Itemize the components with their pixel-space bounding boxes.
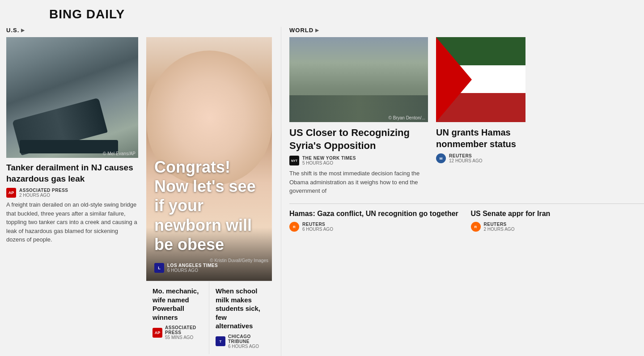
world-second-image bbox=[436, 37, 525, 122]
us-main-image: © Mel Evans/AP bbox=[6, 37, 138, 158]
sub-story-1-source: CHICAGO TRIBUNE bbox=[228, 334, 266, 344]
mcclat-logo: M bbox=[436, 153, 446, 163]
us-main-story[interactable]: © Mel Evans/AP Tanker derailment in NJ c… bbox=[6, 37, 138, 354]
reuters-logo-1: R bbox=[471, 222, 481, 232]
world-main-time: 5 HOURS AGO bbox=[302, 161, 356, 165]
us-section-label[interactable]: U.S. ▶ bbox=[6, 27, 272, 37]
sub-story-1-source-row: T CHICAGO TRIBUNE 6 HOURS AGO bbox=[216, 334, 266, 349]
world-second-story[interactable]: UN grants Hamas nonmember status M REUTE… bbox=[436, 37, 525, 195]
world-main-source-row: NYT THE NEW YORK TIMES 5 HOURS AGO bbox=[289, 156, 428, 165]
sub-story-1[interactable]: When school milk makes students sick, fe… bbox=[209, 281, 272, 354]
hero-time: 6 HOURS AGO bbox=[167, 268, 218, 273]
ap-logo-2: AP bbox=[153, 328, 162, 338]
sub-story-1-title: When school milk makes students sick, fe… bbox=[216, 287, 266, 331]
us-main-source-row: AP ASSOCIATED PRESS 2 HOURS AGO bbox=[6, 188, 138, 198]
us-main-body: A freight train derailed on an old-style… bbox=[6, 200, 138, 244]
world-top-stories: © Bryan Denton/... US Closer to Recogniz… bbox=[289, 37, 644, 195]
world-bottom-1-source: REUTERS bbox=[484, 222, 515, 227]
us-main-title: Tanker derailment in NJ causes hazardous… bbox=[6, 162, 138, 184]
world-second-source-row: M REUTERS 12 HOURS AGO bbox=[436, 153, 525, 163]
world-second-source: REUTERS bbox=[449, 153, 482, 158]
world-bottom-0-source: REUTERS bbox=[302, 222, 333, 227]
ap-logo: AP bbox=[6, 188, 16, 198]
world-bottom-0-source-row: R REUTERS 6 HOURS AGO bbox=[289, 222, 463, 232]
us-top-stories: © Mel Evans/AP Tanker derailment in NJ c… bbox=[6, 37, 272, 354]
world-main-body: The shift is the most immediate decision… bbox=[289, 169, 428, 195]
world-second-time: 12 HOURS AGO bbox=[449, 158, 482, 163]
hero-photo-credit: © Kristin Duvall/Getty Images bbox=[210, 258, 268, 263]
world-bottom-0-title: Hamas: Gaza conflict, UN recognition go … bbox=[289, 209, 463, 219]
ct-logo: T bbox=[216, 336, 225, 346]
hero-footer: Mo. mechanic, wife named Powerball winne… bbox=[146, 281, 272, 354]
lat-logo: L bbox=[154, 263, 164, 273]
sub-story-0-title: Mo. mechanic, wife named Powerball winne… bbox=[153, 287, 203, 322]
hero-story[interactable]: Congrats! Now let's see if your newborn … bbox=[146, 37, 272, 354]
world-main-image: © Bryan Denton/... bbox=[289, 37, 428, 122]
sub-story-0-time: 55 MINS AGO bbox=[165, 335, 203, 340]
world-main-source: THE NEW YORK TIMES bbox=[302, 156, 356, 161]
hero-image: Congrats! Now let's see if your newborn … bbox=[146, 37, 272, 281]
sub-story-0-source: ASSOCIATED PRESS bbox=[165, 325, 203, 335]
world-bottom-story-0[interactable]: Hamas: Gaza conflict, UN recognition go … bbox=[289, 209, 463, 235]
hero-title: Congrats! Now let's see if your newborn … bbox=[154, 157, 264, 254]
world-divider bbox=[289, 203, 644, 204]
us-main-time: 2 HOURS AGO bbox=[19, 193, 68, 198]
sub-story-0[interactable]: Mo. mechanic, wife named Powerball winne… bbox=[146, 281, 209, 354]
world-main-title: US Closer to Recognizing Syria's Opposit… bbox=[289, 127, 428, 152]
us-main-source: ASSOCIATED PRESS bbox=[19, 188, 68, 193]
us-section: U.S. ▶ © Mel Evans/AP Tanker derailment … bbox=[6, 27, 281, 356]
world-section: WORLD ▶ © Bryan Denton/... US Closer to … bbox=[281, 27, 644, 356]
world-bottom-story-1[interactable]: US Senate appr for Iran R REUTERS 2 HOUR… bbox=[471, 209, 644, 235]
hero-overlay: Congrats! Now let's see if your newborn … bbox=[154, 157, 264, 254]
world-bottom-1-time: 2 HOURS AGO bbox=[484, 227, 515, 232]
site-title: BING DAILY bbox=[49, 7, 644, 21]
hero-source: LOS ANGELES TIMES bbox=[167, 263, 218, 268]
world-main-photo-credit: © Bryan Denton/... bbox=[389, 115, 425, 120]
world-bottom-stories: Hamas: Gaza conflict, UN recognition go … bbox=[289, 209, 644, 235]
world-bottom-1-source-row: R REUTERS 2 HOURS AGO bbox=[471, 222, 644, 232]
reuters-logo-0: R bbox=[289, 222, 299, 232]
sub-story-1-time: 6 HOURS AGO bbox=[228, 344, 266, 349]
hero-source-row: L LOS ANGELES TIMES 6 HOURS AGO bbox=[154, 263, 218, 273]
world-arrow-icon: ▶ bbox=[315, 28, 319, 33]
world-bottom-1-title: US Senate appr for Iran bbox=[471, 209, 644, 219]
us-arrow-icon: ▶ bbox=[21, 28, 25, 33]
nyt-logo: NYT bbox=[289, 156, 299, 165]
world-main-story[interactable]: © Bryan Denton/... US Closer to Recogniz… bbox=[289, 37, 428, 195]
world-section-label[interactable]: WORLD ▶ bbox=[289, 27, 644, 37]
world-bottom-0-time: 6 HOURS AGO bbox=[302, 227, 333, 232]
sub-story-0-source-row: AP ASSOCIATED PRESS 55 MINS AGO bbox=[153, 325, 203, 340]
us-main-photo-credit: © Mel Evans/AP bbox=[103, 151, 136, 156]
world-second-title: UN grants Hamas nonmember status bbox=[436, 127, 525, 150]
